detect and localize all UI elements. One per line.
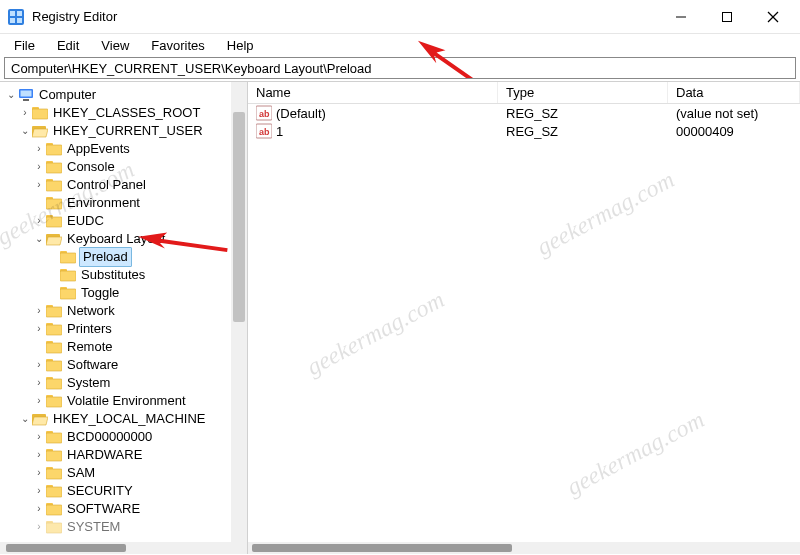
close-button[interactable]	[750, 1, 796, 33]
folder-icon	[46, 195, 62, 211]
tree-node-network[interactable]: › Network	[4, 302, 231, 320]
tree-label: HARDWARE	[65, 446, 144, 464]
tree-label: Keyboard Layout	[65, 230, 167, 248]
tree-node-preload[interactable]: Preload	[4, 248, 231, 266]
chevron-right-icon[interactable]: ›	[32, 518, 46, 536]
chevron-right-icon[interactable]: ›	[18, 104, 32, 122]
tree-label: System	[65, 374, 112, 392]
tree-node-eudc[interactable]: › EUDC	[4, 212, 231, 230]
address-bar-text: Computer\HKEY_CURRENT_USER\Keyboard Layo…	[11, 61, 372, 76]
tree-label: Environment	[65, 194, 142, 212]
chevron-right-icon[interactable]: ›	[32, 392, 46, 410]
tree-node-keyboardlayout[interactable]: ⌄ Keyboard Layout	[4, 230, 231, 248]
chevron-right-icon[interactable]: ›	[32, 212, 46, 230]
chevron-right-icon[interactable]: ›	[32, 356, 46, 374]
tree-label: Volatile Environment	[65, 392, 188, 410]
tree-node-security[interactable]: › SECURITY	[4, 482, 231, 500]
value-type: REG_SZ	[498, 124, 668, 139]
folder-open-icon	[46, 231, 62, 247]
tree-label: Computer	[37, 86, 98, 104]
tree-node-environment[interactable]: Environment	[4, 194, 231, 212]
folder-icon	[60, 267, 76, 283]
content-split: ⌄ Computer › HKEY_CLASSES_ROOT ⌄ HKEY_CU…	[0, 81, 800, 554]
string-value-icon	[256, 105, 272, 121]
value-type: REG_SZ	[498, 106, 668, 121]
tree-vertical-scrollbar[interactable]	[231, 82, 247, 554]
tree-label: Toggle	[79, 284, 121, 302]
folder-icon	[46, 303, 62, 319]
address-bar[interactable]: Computer\HKEY_CURRENT_USER\Keyboard Layo…	[4, 57, 796, 79]
tree-node-remote[interactable]: Remote	[4, 338, 231, 356]
chevron-right-icon[interactable]: ›	[32, 428, 46, 446]
menu-help[interactable]: Help	[217, 36, 264, 55]
maximize-button[interactable]	[704, 1, 750, 33]
menu-file[interactable]: File	[4, 36, 45, 55]
chevron-down-icon[interactable]: ⌄	[32, 230, 46, 248]
column-type[interactable]: Type	[498, 82, 668, 103]
chevron-right-icon[interactable]: ›	[32, 446, 46, 464]
column-data[interactable]: Data	[668, 82, 800, 103]
tree-pane: ⌄ Computer › HKEY_CLASSES_ROOT ⌄ HKEY_CU…	[0, 82, 248, 554]
tree-node-volatile[interactable]: › Volatile Environment	[4, 392, 231, 410]
minimize-button[interactable]	[658, 1, 704, 33]
folder-icon	[46, 465, 62, 481]
tree-label: SYSTEM	[65, 518, 122, 536]
chevron-right-icon[interactable]: ›	[32, 320, 46, 338]
chevron-right-icon[interactable]: ›	[32, 302, 46, 320]
value-name: (Default)	[276, 106, 326, 121]
value-row[interactable]: (Default) REG_SZ (value not set)	[248, 104, 800, 122]
list-horizontal-scrollbar[interactable]	[248, 542, 800, 554]
menu-view[interactable]: View	[91, 36, 139, 55]
folder-icon	[46, 321, 62, 337]
tree-label: Preload	[79, 247, 132, 267]
chevron-down-icon[interactable]: ⌄	[18, 410, 32, 428]
values-rows: (Default) REG_SZ (value not set) 1 REG_S…	[248, 104, 800, 140]
chevron-right-icon[interactable]: ›	[32, 374, 46, 392]
chevron-down-icon[interactable]: ⌄	[4, 86, 18, 104]
menu-favorites[interactable]: Favorites	[141, 36, 214, 55]
tree-label: Software	[65, 356, 120, 374]
tree-node-hklm[interactable]: ⌄ HKEY_LOCAL_MACHINE	[4, 410, 231, 428]
folder-open-icon	[32, 411, 48, 427]
string-value-icon	[256, 123, 272, 139]
tree-label: Network	[65, 302, 117, 320]
chevron-down-icon[interactable]: ⌄	[18, 122, 32, 140]
tree-label: SAM	[65, 464, 97, 482]
tree-label: BCD00000000	[65, 428, 154, 446]
chevron-right-icon[interactable]: ›	[32, 158, 46, 176]
minimize-icon	[675, 11, 687, 23]
tree-node-console[interactable]: › Console	[4, 158, 231, 176]
tree-label: Remote	[65, 338, 115, 356]
tree-node-hkcr[interactable]: › HKEY_CLASSES_ROOT	[4, 104, 231, 122]
tree-horizontal-scrollbar[interactable]	[0, 542, 231, 554]
tree-node-softwarehklm[interactable]: › SOFTWARE	[4, 500, 231, 518]
folder-icon	[46, 501, 62, 517]
tree-node-software[interactable]: › Software	[4, 356, 231, 374]
chevron-right-icon[interactable]: ›	[32, 500, 46, 518]
registry-tree[interactable]: ⌄ Computer › HKEY_CLASSES_ROOT ⌄ HKEY_CU…	[0, 82, 231, 542]
tree-node-controlpanel[interactable]: › Control Panel	[4, 176, 231, 194]
tree-node-sam[interactable]: › SAM	[4, 464, 231, 482]
tree-node-hardware[interactable]: › HARDWARE	[4, 446, 231, 464]
maximize-icon	[721, 11, 733, 23]
tree-node-appevents[interactable]: › AppEvents	[4, 140, 231, 158]
tree-node-substitutes[interactable]: Substitutes	[4, 266, 231, 284]
tree-label: Printers	[65, 320, 114, 338]
tree-node-printers[interactable]: › Printers	[4, 320, 231, 338]
value-row[interactable]: 1 REG_SZ 00000409	[248, 122, 800, 140]
tree-node-hkcu[interactable]: ⌄ HKEY_CURRENT_USER	[4, 122, 231, 140]
chevron-right-icon[interactable]: ›	[32, 464, 46, 482]
tree-node-computer[interactable]: ⌄ Computer	[4, 86, 231, 104]
folder-icon	[46, 141, 62, 157]
tree-node-bcd[interactable]: › BCD00000000	[4, 428, 231, 446]
chevron-right-icon[interactable]: ›	[32, 176, 46, 194]
value-data: 00000409	[668, 124, 800, 139]
tree-node-systemhklm[interactable]: › SYSTEM	[4, 518, 231, 536]
tree-node-system[interactable]: › System	[4, 374, 231, 392]
column-name[interactable]: Name	[248, 82, 498, 103]
tree-node-toggle[interactable]: Toggle	[4, 284, 231, 302]
menu-edit[interactable]: Edit	[47, 36, 89, 55]
chevron-right-icon[interactable]: ›	[32, 482, 46, 500]
folder-icon	[60, 249, 76, 265]
chevron-right-icon[interactable]: ›	[32, 140, 46, 158]
